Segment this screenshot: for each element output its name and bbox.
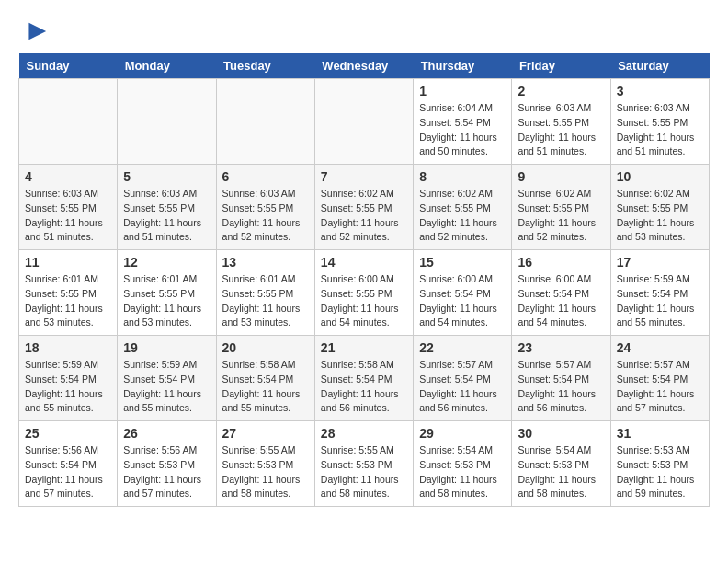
calendar-cell: 25Sunrise: 5:56 AM Sunset: 5:54 PM Dayli… (19, 421, 118, 507)
day-number: 28 (321, 426, 407, 441)
calendar-cell: 11Sunrise: 6:01 AM Sunset: 5:55 PM Dayli… (19, 250, 118, 336)
week-row-5: 25Sunrise: 5:56 AM Sunset: 5:54 PM Dayli… (19, 421, 710, 507)
calendar-cell: 3Sunrise: 6:03 AM Sunset: 5:55 PM Daylig… (610, 79, 709, 165)
week-row-1: 1Sunrise: 6:04 AM Sunset: 5:54 PM Daylig… (19, 79, 710, 165)
calendar-cell: 7Sunrise: 6:02 AM Sunset: 5:55 PM Daylig… (314, 165, 413, 250)
calendar-cell: 23Sunrise: 5:57 AM Sunset: 5:54 PM Dayli… (512, 336, 610, 421)
day-number: 18 (25, 340, 111, 355)
day-number: 23 (518, 340, 604, 355)
calendar-cell: 21Sunrise: 5:58 AM Sunset: 5:54 PM Dayli… (314, 336, 413, 421)
day-info: Sunrise: 5:59 AM Sunset: 5:54 PM Dayligh… (123, 358, 210, 416)
header-cell-sunday: Sunday (19, 53, 118, 79)
day-number: 22 (419, 340, 506, 355)
calendar-cell: 15Sunrise: 6:00 AM Sunset: 5:54 PM Dayli… (414, 250, 512, 336)
header-cell-saturday: Saturday (610, 53, 709, 79)
calendar-cell: 13Sunrise: 6:01 AM Sunset: 5:55 PM Dayli… (216, 250, 314, 336)
calendar-cell: 1Sunrise: 6:04 AM Sunset: 5:54 PM Daylig… (414, 79, 512, 165)
calendar-cell: 5Sunrise: 6:03 AM Sunset: 5:55 PM Daylig… (118, 165, 216, 250)
day-info: Sunrise: 6:03 AM Sunset: 5:55 PM Dayligh… (222, 187, 309, 245)
calendar-cell: 29Sunrise: 5:54 AM Sunset: 5:53 PM Dayli… (414, 421, 512, 507)
day-info: Sunrise: 5:57 AM Sunset: 5:54 PM Dayligh… (617, 358, 703, 416)
day-info: Sunrise: 6:02 AM Sunset: 5:55 PM Dayligh… (617, 187, 703, 245)
page-header (18, 18, 710, 44)
day-info: Sunrise: 5:53 AM Sunset: 5:53 PM Dayligh… (617, 443, 703, 501)
logo (18, 18, 48, 44)
svg-marker-0 (28, 23, 46, 40)
calendar-cell: 24Sunrise: 5:57 AM Sunset: 5:54 PM Dayli… (610, 336, 709, 421)
day-number: 12 (123, 255, 210, 270)
day-number: 20 (222, 340, 309, 355)
calendar-table: SundayMondayTuesdayWednesdayThursdayFrid… (18, 53, 710, 507)
calendar-cell: 4Sunrise: 6:03 AM Sunset: 5:55 PM Daylig… (19, 165, 118, 250)
calendar-cell (314, 79, 413, 165)
day-number: 13 (222, 255, 309, 270)
day-number: 15 (419, 255, 506, 270)
day-info: Sunrise: 5:56 AM Sunset: 5:53 PM Dayligh… (123, 443, 210, 501)
day-info: Sunrise: 5:58 AM Sunset: 5:54 PM Dayligh… (222, 358, 309, 416)
calendar-cell: 9Sunrise: 6:02 AM Sunset: 5:55 PM Daylig… (512, 165, 610, 250)
calendar-cell: 19Sunrise: 5:59 AM Sunset: 5:54 PM Dayli… (118, 336, 216, 421)
calendar-cell (19, 79, 118, 165)
header-cell-friday: Friday (512, 53, 610, 79)
day-info: Sunrise: 5:55 AM Sunset: 5:53 PM Dayligh… (222, 443, 309, 501)
calendar-cell: 10Sunrise: 6:02 AM Sunset: 5:55 PM Dayli… (610, 165, 709, 250)
calendar-cell: 31Sunrise: 5:53 AM Sunset: 5:53 PM Dayli… (610, 421, 709, 507)
calendar-cell: 28Sunrise: 5:55 AM Sunset: 5:53 PM Dayli… (314, 421, 413, 507)
day-info: Sunrise: 5:57 AM Sunset: 5:54 PM Dayligh… (518, 358, 604, 416)
day-info: Sunrise: 6:02 AM Sunset: 5:55 PM Dayligh… (518, 187, 604, 245)
header-cell-thursday: Thursday (414, 53, 512, 79)
calendar-cell: 12Sunrise: 6:01 AM Sunset: 5:55 PM Dayli… (118, 250, 216, 336)
calendar-cell: 2Sunrise: 6:03 AM Sunset: 5:55 PM Daylig… (512, 79, 610, 165)
day-number: 9 (518, 169, 604, 184)
day-number: 17 (617, 255, 703, 270)
day-number: 21 (321, 340, 407, 355)
day-info: Sunrise: 6:02 AM Sunset: 5:55 PM Dayligh… (419, 187, 506, 245)
day-number: 24 (617, 340, 703, 355)
day-number: 29 (419, 426, 506, 441)
day-info: Sunrise: 6:00 AM Sunset: 5:54 PM Dayligh… (518, 272, 604, 330)
day-info: Sunrise: 6:03 AM Sunset: 5:55 PM Dayligh… (617, 101, 703, 159)
day-number: 4 (25, 169, 111, 184)
calendar-cell: 26Sunrise: 5:56 AM Sunset: 5:53 PM Dayli… (118, 421, 216, 507)
day-number: 27 (222, 426, 309, 441)
day-number: 25 (25, 426, 111, 441)
week-row-4: 18Sunrise: 5:59 AM Sunset: 5:54 PM Dayli… (19, 336, 710, 421)
calendar-cell: 20Sunrise: 5:58 AM Sunset: 5:54 PM Dayli… (216, 336, 314, 421)
header-cell-wednesday: Wednesday (314, 53, 413, 79)
day-info: Sunrise: 5:59 AM Sunset: 5:54 PM Dayligh… (617, 272, 703, 330)
day-number: 6 (222, 169, 309, 184)
day-info: Sunrise: 5:54 AM Sunset: 5:53 PM Dayligh… (419, 443, 506, 501)
calendar-cell: 16Sunrise: 6:00 AM Sunset: 5:54 PM Dayli… (512, 250, 610, 336)
header-row: SundayMondayTuesdayWednesdayThursdayFrid… (19, 53, 710, 79)
day-number: 7 (321, 169, 407, 184)
calendar-cell: 18Sunrise: 5:59 AM Sunset: 5:54 PM Dayli… (19, 336, 118, 421)
day-info: Sunrise: 5:59 AM Sunset: 5:54 PM Dayligh… (25, 358, 111, 416)
week-row-2: 4Sunrise: 6:03 AM Sunset: 5:55 PM Daylig… (19, 165, 710, 250)
day-info: Sunrise: 6:00 AM Sunset: 5:54 PM Dayligh… (419, 272, 506, 330)
header-cell-tuesday: Tuesday (216, 53, 314, 79)
day-info: Sunrise: 6:03 AM Sunset: 5:55 PM Dayligh… (25, 187, 111, 245)
day-info: Sunrise: 6:01 AM Sunset: 5:55 PM Dayligh… (222, 272, 309, 330)
week-row-3: 11Sunrise: 6:01 AM Sunset: 5:55 PM Dayli… (19, 250, 710, 336)
day-info: Sunrise: 6:04 AM Sunset: 5:54 PM Dayligh… (419, 101, 506, 159)
calendar-cell: 30Sunrise: 5:54 AM Sunset: 5:53 PM Dayli… (512, 421, 610, 507)
day-info: Sunrise: 5:56 AM Sunset: 5:54 PM Dayligh… (25, 443, 111, 501)
day-number: 3 (617, 84, 703, 98)
calendar-cell: 27Sunrise: 5:55 AM Sunset: 5:53 PM Dayli… (216, 421, 314, 507)
calendar-cell (216, 79, 314, 165)
calendar-cell: 6Sunrise: 6:03 AM Sunset: 5:55 PM Daylig… (216, 165, 314, 250)
day-info: Sunrise: 6:01 AM Sunset: 5:55 PM Dayligh… (25, 272, 111, 330)
day-info: Sunrise: 5:58 AM Sunset: 5:54 PM Dayligh… (321, 358, 407, 416)
day-info: Sunrise: 6:03 AM Sunset: 5:55 PM Dayligh… (123, 187, 210, 245)
day-info: Sunrise: 5:54 AM Sunset: 5:53 PM Dayligh… (518, 443, 604, 501)
day-number: 5 (123, 169, 210, 184)
day-info: Sunrise: 6:02 AM Sunset: 5:55 PM Dayligh… (321, 187, 407, 245)
day-info: Sunrise: 5:55 AM Sunset: 5:53 PM Dayligh… (321, 443, 407, 501)
day-number: 30 (518, 426, 604, 441)
calendar-cell: 8Sunrise: 6:02 AM Sunset: 5:55 PM Daylig… (414, 165, 512, 250)
day-number: 11 (25, 255, 111, 270)
day-number: 14 (321, 255, 407, 270)
day-number: 19 (123, 340, 210, 355)
day-number: 1 (419, 84, 506, 98)
day-info: Sunrise: 5:57 AM Sunset: 5:54 PM Dayligh… (419, 358, 506, 416)
